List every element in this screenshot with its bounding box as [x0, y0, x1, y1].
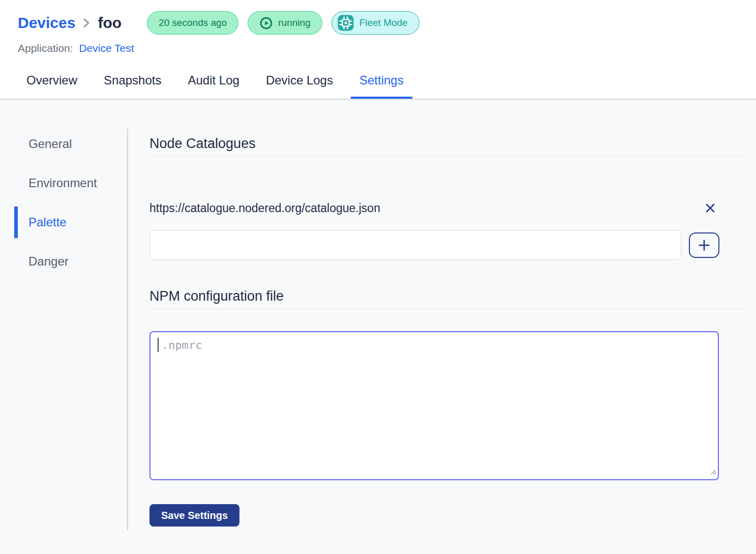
tab-settings[interactable]: Settings [351, 73, 412, 99]
breadcrumb-row: Devices foo 20 seconds ago running [18, 11, 738, 35]
page-header: Devices foo 20 seconds ago running [0, 0, 756, 100]
play-circle-icon [259, 16, 273, 30]
breadcrumb-devices-link[interactable]: Devices [18, 14, 75, 32]
tab-snapshots[interactable]: Snapshots [95, 73, 170, 99]
npm-config-heading: NPM configuration file [149, 288, 747, 309]
breadcrumb-current-device: foo [98, 14, 122, 32]
application-label: Application: [18, 42, 73, 54]
new-catalogue-input[interactable] [149, 230, 681, 260]
settings-sidebar: General Environment Palette Danger [0, 128, 127, 544]
chevron-right-icon [81, 17, 92, 29]
npm-config-textarea-wrap [149, 331, 719, 480]
tab-overview[interactable]: Overview [18, 73, 86, 99]
breadcrumb: Devices foo [18, 14, 122, 32]
sidebar-item-palette[interactable]: Palette [14, 207, 127, 238]
palette-settings-panel: Node Catalogues https://catalogue.nodere… [149, 128, 747, 544]
catalogue-entry-row: https://catalogue.nodered.org/catalogue.… [149, 199, 719, 217]
catalogue-url: https://catalogue.nodered.org/catalogue.… [149, 201, 380, 215]
remove-catalogue-button[interactable] [702, 199, 719, 217]
fleet-mode-badge-label: Fleet Mode [359, 17, 408, 28]
plus-icon [697, 238, 712, 253]
sidebar-item-danger[interactable]: Danger [14, 246, 127, 277]
status-badge: running [248, 11, 322, 35]
sidebar-divider [127, 128, 128, 530]
tab-audit-log[interactable]: Audit Log [179, 73, 248, 99]
add-catalogue-row [149, 230, 747, 260]
npm-config-textarea[interactable] [149, 331, 719, 480]
application-link[interactable]: Device Test [79, 42, 134, 54]
status-badge-label: running [278, 17, 310, 28]
save-settings-button[interactable]: Save Settings [149, 504, 239, 527]
cpu-chip-icon [337, 14, 354, 32]
last-seen-badge: 20 seconds ago [147, 11, 238, 35]
sidebar-item-general[interactable]: General [14, 128, 127, 160]
application-row: Application: Device Test [18, 42, 738, 54]
x-icon [703, 201, 717, 215]
fleet-mode-badge: Fleet Mode [331, 11, 419, 35]
sidebar-item-environment[interactable]: Environment [14, 167, 127, 199]
add-catalogue-button[interactable] [689, 232, 719, 258]
device-tabs: Overview Snapshots Audit Log Device Logs… [18, 73, 738, 99]
settings-content: General Environment Palette Danger Node … [0, 100, 756, 544]
node-catalogues-heading: Node Catalogues [149, 136, 747, 157]
tab-device-logs[interactable]: Device Logs [257, 73, 342, 99]
device-badges: 20 seconds ago running [147, 11, 419, 35]
